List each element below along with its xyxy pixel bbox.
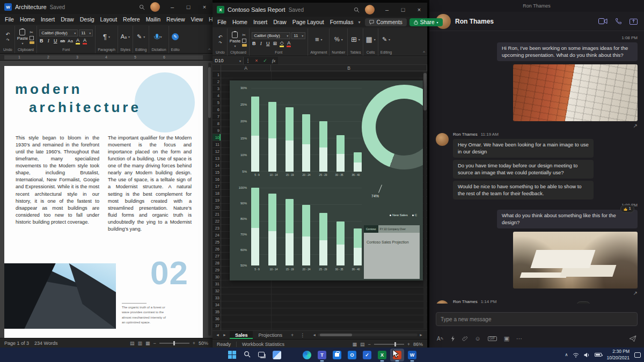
word-menu-item-draw[interactable]: Draw [58,15,77,24]
attachment-image-building-photo[interactable] [513,64,638,121]
word-menu-item-refere[interactable]: Refere [120,15,143,24]
search-icon[interactable] [354,7,360,13]
row-header-33[interactable]: 33 [213,294,221,301]
enter-icon[interactable]: ✓ [261,58,269,63]
document-page[interactable]: modern architecture This style began to … [4,66,203,338]
font-size-select[interactable]: 11▾ [291,32,305,39]
attach-icon[interactable] [462,336,468,342]
zoom-slider[interactable] [374,344,404,345]
clock[interactable]: 2:30 PM 10/20/2021 [606,349,630,360]
font-size-select[interactable]: 11▾ [79,29,93,36]
format-painter-icon[interactable] [30,41,34,44]
row-header-20[interactable]: 20 [213,204,221,211]
change-case-icon[interactable]: Aa [68,39,73,43]
row-header-14[interactable]: 14 [213,162,221,169]
cancel-icon[interactable]: × [252,58,261,63]
row-header-16[interactable]: 16 [213,176,221,183]
name-box[interactable]: D10▾ [213,57,244,64]
delivery-options-icon[interactable] [451,336,455,342]
row-header-32[interactable]: 32 [213,287,221,294]
minimize-button[interactable]: – [379,3,395,17]
sender-avatar[interactable] [436,133,449,146]
column-header-a[interactable]: A [221,65,271,71]
row-header-34[interactable]: 34 [213,301,221,308]
paste-button[interactable]: Paste▾ [230,32,240,48]
message-bubble[interactable]: What do you think about something like t… [497,210,638,228]
font-name-select[interactable]: Calibri (Body)▾ [39,29,78,36]
normal-view-icon[interactable]: ▦ [352,342,357,347]
word-menu-item-desig[interactable]: Desig [77,15,97,24]
select-all-corner[interactable] [213,65,221,71]
styles-icon[interactable]: Aa [121,34,127,40]
volume-icon[interactable] [584,350,590,360]
row-header-6[interactable]: 6 [213,106,221,113]
row-header-26[interactable]: 26 [213,246,221,253]
word-menu-item-insert[interactable]: Insert [38,15,57,24]
undo-icon[interactable]: ↶ [218,34,223,40]
row-header-3[interactable]: 3 [213,85,221,92]
word-menu-item-layout[interactable]: Layout [98,15,120,24]
italic-icon[interactable]: I [259,41,263,46]
row-header-37[interactable]: 37 [213,322,221,329]
horizontal-ruler[interactable]: 123456 [0,54,213,61]
formula-options-icon[interactable]: ⋮ [244,58,252,63]
read-mode-icon[interactable]: ▤ [130,341,135,346]
more-tabs-icon[interactable]: ▾ [356,20,362,25]
network-icon[interactable] [573,350,579,360]
row-header-17[interactable]: 17 [213,183,221,190]
taskbar-word-icon[interactable]: W [405,349,419,361]
message-bubble[interactable]: Do you have time today before our design… [453,160,594,179]
taskbar-outlook-icon[interactable]: O [345,349,359,361]
minimize-button[interactable]: – [164,0,180,14]
row-header-31[interactable]: 31 [213,280,221,287]
undo-icon[interactable]: ↶ [6,32,10,37]
maximize-button[interactable]: □ [180,0,196,14]
taskbar-store-icon[interactable] [330,349,344,361]
page-layout-view-icon[interactable]: ▤ [360,342,365,347]
zoom-out-icon[interactable]: − [368,342,370,347]
audio-call-icon[interactable] [615,18,622,25]
row-header-28[interactable]: 28 [213,260,221,267]
word-menu-item-file[interactable]: File [2,15,17,24]
cells-icon[interactable]: ▦ [365,36,372,43]
account-avatar[interactable] [150,2,160,12]
paragraph-icon[interactable]: ¶ [103,33,107,40]
expand-image-icon[interactable]: ↗ [633,123,638,129]
excel-menu-item-home[interactable]: Home [230,18,250,26]
row-header-5[interactable]: 5 [213,99,221,106]
taskbar-excel-icon[interactable]: X [375,349,389,361]
underline-icon[interactable]: U [53,38,57,43]
more-options-icon[interactable]: ⋯ [516,336,522,342]
row-header-8[interactable]: 8 [213,120,221,127]
font-color-icon[interactable]: A [287,40,291,47]
add-sheet-icon[interactable]: + [288,333,297,338]
row-header-25[interactable]: 25 [213,239,221,246]
redo-icon[interactable]: ↷ [218,41,222,45]
sender-avatar[interactable] [436,300,449,304]
account-avatar[interactable] [365,5,375,14]
highlight-icon[interactable]: A [76,38,80,45]
excel-menu-item-insert[interactable]: Insert [251,18,270,26]
row-header-21[interactable]: 21 [213,211,221,218]
zoom-out-icon[interactable]: − [153,341,156,346]
hidden-icons-chevron[interactable]: ∧ [565,352,568,357]
tables-icon[interactable]: ⊞ [351,36,357,43]
excel-menu-item-file[interactable]: File [215,18,229,26]
taskbar-file-explorer-icon[interactable] [285,349,299,361]
notification-center-icon[interactable] [634,352,641,358]
word-count[interactable]: 234 Words [34,341,57,346]
zoom-level[interactable]: 50% [199,341,208,346]
architecture-photo[interactable] [4,263,116,329]
sheet-options-icon[interactable]: ⋮ [297,333,308,338]
zoom-slider[interactable] [159,343,189,344]
word-menu-item-mailin[interactable]: Mailin [143,15,163,24]
row-header-18[interactable]: 18 [213,190,221,197]
strikethrough-icon[interactable]: ab [60,39,65,43]
editor-icon[interactable]: ✎ [172,33,179,40]
insert-function-icon[interactable]: fx [269,58,278,63]
scrollbar-thumb[interactable] [208,67,211,118]
taskbar-teams-icon[interactable]: T [315,349,329,361]
search-icon[interactable] [139,4,145,10]
word-menu-item-view[interactable]: View [188,15,206,24]
row-header-30[interactable]: 30 [213,274,221,280]
